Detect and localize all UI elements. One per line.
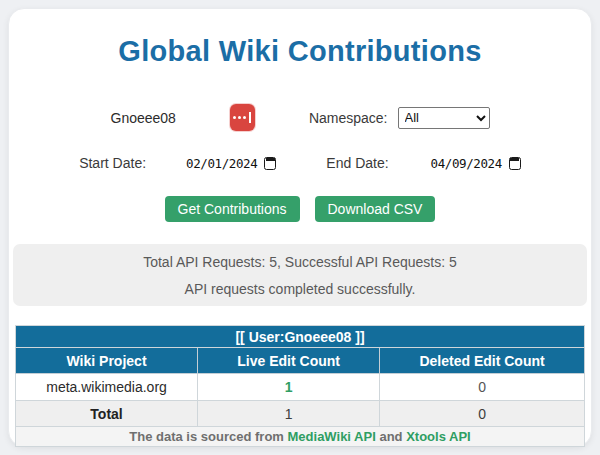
start-date-value[interactable]: 02/01/2024 <box>186 156 257 171</box>
table-row: meta.wikimedia.org 1 0 <box>16 374 585 401</box>
dot <box>238 116 241 119</box>
wiki-project-cell: meta.wikimedia.org <box>16 374 198 401</box>
action-buttons-row: Get Contributions Download CSV <box>9 196 591 222</box>
table-footer: The data is sourced from MediaWiki API a… <box>16 427 585 447</box>
end-date-label: End Date: <box>326 155 388 171</box>
main-card: Global Wiki Contributions Gnoeee08 Names… <box>8 8 592 447</box>
column-header-wiki-project: Wiki Project <box>16 348 198 374</box>
input-typing-icon[interactable] <box>230 104 255 131</box>
date-range-row: Start Date: 02/01/2024 End Date: 04/09/2… <box>9 155 591 171</box>
status-box: Total API Requests: 5, Successful API Re… <box>13 244 587 306</box>
api-requests-summary: Total API Requests: 5, Successful API Re… <box>21 254 579 270</box>
column-header-deleted-edit-count: Deleted Edit Count <box>380 348 585 374</box>
contributions-table: [[ User:Gnoeee08 ]] Wiki Project Live Ed… <box>15 325 585 447</box>
dot <box>233 116 236 119</box>
api-requests-message: API requests completed successfully. <box>21 281 579 297</box>
deleted-edit-count-cell: 0 <box>380 374 585 401</box>
footer-text: The data is sourced from <box>129 429 284 444</box>
table-total-row: Total 1 0 <box>16 401 585 427</box>
live-edit-count-link[interactable]: 1 <box>285 379 293 395</box>
dot <box>243 116 246 119</box>
total-label-cell: Total <box>16 401 198 427</box>
user-namespace-row: Gnoeee08 Namespace: All <box>9 104 591 131</box>
table-user-title: [[ User:Gnoeee08 ]] <box>16 326 585 348</box>
namespace-label: Namespace: <box>309 110 388 126</box>
end-date-value[interactable]: 04/09/2024 <box>431 156 502 171</box>
total-deleted-cell: 0 <box>380 401 585 427</box>
download-csv-button[interactable]: Download CSV <box>315 196 436 222</box>
total-live-cell: 1 <box>198 401 380 427</box>
xtools-api-link[interactable]: Xtools API <box>406 429 471 444</box>
namespace-select[interactable]: All <box>398 107 490 129</box>
end-date-input[interactable]: 04/09/2024 <box>431 156 521 171</box>
page-title: Global Wiki Contributions <box>9 35 591 68</box>
username-input[interactable]: Gnoeee08 <box>111 110 176 126</box>
cursor-bar <box>249 112 251 123</box>
column-header-live-edit-count: Live Edit Count <box>198 348 380 374</box>
calendar-icon[interactable] <box>264 157 276 170</box>
start-date-label: Start Date: <box>79 155 146 171</box>
footer-text-and: and <box>379 429 402 444</box>
start-date-input[interactable]: 02/01/2024 <box>186 156 276 171</box>
get-contributions-button[interactable]: Get Contributions <box>165 196 300 222</box>
calendar-icon[interactable] <box>509 157 521 170</box>
mediawiki-api-link[interactable]: MediaWiki API <box>288 429 376 444</box>
